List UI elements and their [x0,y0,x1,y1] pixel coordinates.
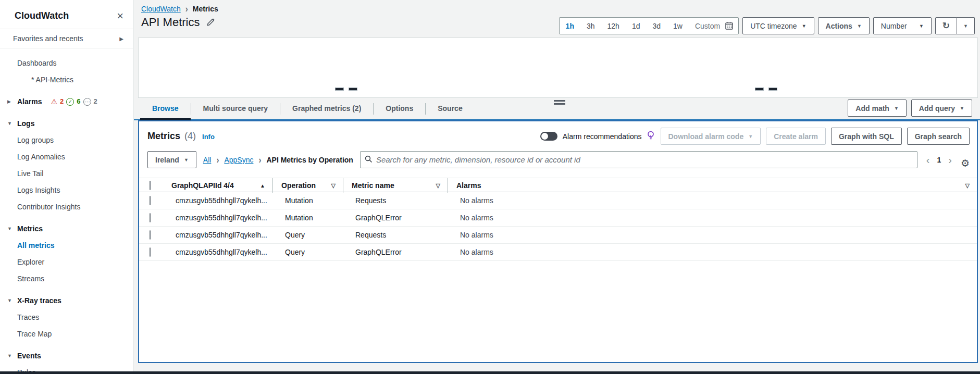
tab-graphed-metrics[interactable]: Graphed metrics (2) [280,98,373,119]
region-dropdown[interactable]: Ireland▼ [147,151,196,168]
next-page-icon[interactable]: › [948,155,952,165]
tab-multi-source-query[interactable]: Multi source query [191,98,280,119]
time-range-control: 1h 3h 12h 1d 3d 1w Custom [559,17,739,34]
time-range-12h[interactable]: 12h [601,22,626,30]
sidebar-item-rules[interactable]: Rules [0,364,133,371]
sidebar-title[interactable]: CloudWatch [15,10,69,21]
alarms-cell: No alarms [448,214,977,222]
sidebar-item-dashboards[interactable]: Dashboards [0,55,133,71]
metric-name-cell[interactable]: GraphQLError [355,214,402,222]
select-all-checkbox[interactable] [150,181,151,190]
column-header-operation[interactable]: Operation ▽ [272,178,343,193]
metric-name-cell[interactable]: Requests [355,231,386,239]
caret-down-icon: ▼ [960,106,964,111]
alarm-status-badges: ⚠ 2 ✓ 6 ⋯ 2 [51,93,97,110]
alarms-cell: No alarms [448,231,977,239]
table-header-row: GraphQLAPIId 4/4 ▲ Operation ▽ Metric na… [139,178,977,192]
in-alarm-icon: ⚠ [51,98,57,105]
metric-id-cell[interactable]: cmzusgvb55dhhgll7qykelh... [176,248,267,256]
filter-icon[interactable]: ▽ [436,182,440,189]
sidebar-section-logs[interactable]: ▼ Logs [0,115,133,132]
sidebar-section-xray[interactable]: ▼ X-Ray traces [0,292,133,309]
caret-down-icon: ▼ [748,134,753,139]
sidebar-item-streams[interactable]: Streams [0,270,133,287]
graph-placeholder-marks [755,88,777,91]
alarm-recommendations-toggle[interactable] [540,132,557,141]
chevron-right-icon: › [258,154,261,165]
sidebar-section-alarms[interactable]: ▶ Alarms ⚠ 2 ✓ 6 ⋯ 2 [0,93,133,110]
tab-options[interactable]: Options [374,98,425,119]
row-checkbox[interactable] [150,213,151,222]
metric-name-cell[interactable]: GraphQLError [355,248,402,256]
time-range-1d[interactable]: 1d [626,22,647,30]
time-range-1h[interactable]: 1h [560,22,580,30]
graph-with-sql-button[interactable]: Graph with SQL [831,128,902,145]
time-range-3d[interactable]: 3d [646,22,667,30]
actions-dropdown[interactable]: Actions▼ [818,17,870,34]
sidebar-item-contributor-insights[interactable]: Contributor Insights [0,198,133,215]
breadcrumb-current: Metrics [193,5,218,13]
sidebar-section-events[interactable]: ▼ Events [0,347,133,364]
row-checkbox[interactable] [150,196,151,205]
time-range-3h[interactable]: 3h [580,22,601,30]
metric-id-cell[interactable]: cmzusgvb55dhhgll7qykelh... [176,231,267,239]
time-range-custom[interactable]: Custom [689,22,724,30]
column-header-alarms[interactable]: Alarms ▽ [448,178,977,193]
edit-title-icon[interactable] [207,18,215,28]
panel-resize-handle[interactable] [554,100,565,106]
sidebar-item-log-groups[interactable]: Log groups [0,132,133,148]
metric-id-cell[interactable]: cmzusgvb55dhhgll7qykelh... [176,214,267,222]
timezone-dropdown[interactable]: UTC timezone▼ [742,17,814,34]
settings-gear-icon[interactable]: ⚙ [961,157,970,169]
path-all-link[interactable]: All [203,156,212,164]
sidebar-item-favorite-dashboard[interactable]: * API-Metrics [0,71,133,88]
metric-name-cell[interactable]: Requests [355,196,386,205]
operation-cell[interactable]: Query [285,248,305,256]
path-appsync-link[interactable]: AppSync [224,156,253,164]
refresh-button[interactable]: ↻ [935,17,957,34]
sidebar-item-traces[interactable]: Traces [0,309,133,326]
tab-browse[interactable]: Browse [140,98,191,119]
refresh-options-dropdown[interactable]: ▼ [957,17,975,34]
sidebar-item-live-tail[interactable]: Live Tail [0,165,133,182]
search-input[interactable] [376,155,913,164]
row-checkbox[interactable] [150,247,151,257]
operation-cell[interactable]: Mutation [285,196,313,205]
info-link[interactable]: Info [202,133,215,141]
breadcrumb-cloudwatch-link[interactable]: CloudWatch [141,5,181,13]
tab-source[interactable]: Source [426,98,474,119]
close-icon[interactable]: × [117,12,123,20]
alarms-cell: No alarms [448,248,977,256]
column-header-metric-name[interactable]: Metric name ▽ [343,178,448,193]
caret-down-icon: ▼ [963,23,968,29]
metric-id-cell[interactable]: cmzusgvb55dhhgll7qykelh... [176,196,267,205]
favorites-label: Favorites and recents [13,34,83,43]
filter-icon[interactable]: ▽ [965,182,970,189]
sidebar-section-metrics[interactable]: ▼ Metrics [0,220,133,237]
filter-icon[interactable]: ▽ [331,182,336,189]
sidebar-item-logs-insights[interactable]: Logs Insights [0,182,133,198]
add-query-dropdown[interactable]: Add query▼ [911,99,972,117]
chevron-down-icon: ▼ [7,220,13,237]
graph-search-button[interactable]: Graph search [907,128,970,145]
download-alarm-code-dropdown[interactable]: Download alarm code▼ [661,128,761,145]
chevron-right-icon: › [185,3,188,14]
sidebar-item-log-anomalies[interactable]: Log Anomalies [0,148,133,165]
sidebar-item-all-metrics[interactable]: All metrics [0,237,133,254]
operation-cell[interactable]: Mutation [285,214,313,222]
sidebar-item-trace-map[interactable]: Trace Map [0,326,133,342]
time-range-1w[interactable]: 1w [667,22,689,30]
sort-ascending-icon[interactable]: ▲ [260,183,265,189]
number-format-dropdown[interactable]: Number▼ [873,17,932,34]
sidebar-item-explorer[interactable]: Explorer [0,254,133,270]
sidebar-item-favorites[interactable]: Favorites and recents ▶ [0,29,133,48]
column-header-graphqlapiid[interactable]: GraphQLAPIId 4/4 ▲ [163,178,272,193]
create-alarm-button[interactable]: Create alarm [766,128,826,145]
metrics-browse-panel: Metrics (4) Info Alarm recommendations D… [138,120,978,363]
pagination: ‹ 1 › [924,155,954,165]
add-math-dropdown[interactable]: Add math▼ [848,99,906,117]
row-checkbox[interactable] [150,230,151,240]
calendar-icon[interactable] [724,22,738,30]
previous-page-icon[interactable]: ‹ [926,155,930,165]
operation-cell[interactable]: Query [285,231,305,239]
